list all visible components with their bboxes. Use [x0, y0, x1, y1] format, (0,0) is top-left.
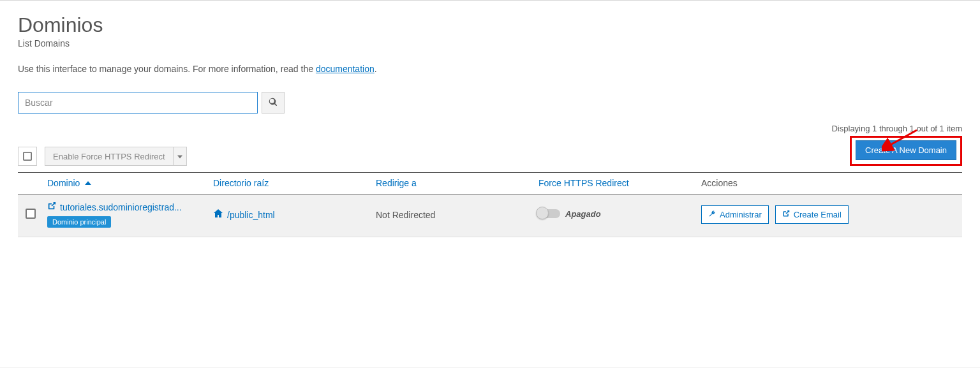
table-row: tutoriales.sudominioregistrad... Dominio… — [18, 195, 962, 237]
page-title: Dominios — [18, 13, 962, 37]
root-directory-link[interactable]: /public_html — [213, 209, 275, 221]
search-icon — [269, 98, 278, 108]
toggle-label: Apagado — [565, 209, 601, 219]
sort-asc-icon — [85, 180, 91, 186]
caret-down-icon — [177, 152, 182, 161]
row-redirect-cell: Not Redirected — [372, 195, 535, 237]
header-force-https[interactable]: Force HTTPS Redirect — [535, 173, 697, 195]
row-actions-cell: Administrar Create Email — [697, 195, 962, 237]
external-link-icon — [47, 202, 56, 212]
toggle-track — [538, 209, 560, 218]
force-https-toggle[interactable]: Apagado — [538, 209, 601, 219]
table-header-row: Dominio Directorio raíz Redirige a Force… — [18, 173, 962, 195]
page-description: Use this interface to manage your domain… — [18, 64, 962, 74]
header-redirect[interactable]: Redirige a — [372, 173, 535, 195]
search-row — [18, 92, 962, 114]
edit-icon — [782, 210, 790, 219]
header-root[interactable]: Directorio raíz — [209, 173, 372, 195]
description-suffix: . — [375, 64, 377, 74]
toolbar: Enable Force HTTPS Redirect Displaying 1… — [18, 124, 962, 171]
create-email-button[interactable]: Create Email — [775, 205, 849, 224]
result-count: Displaying 1 through 1 out of 1 item — [831, 124, 962, 133]
documentation-link[interactable]: documentation — [316, 64, 375, 74]
search-button[interactable] — [262, 92, 285, 114]
root-directory-path: /public_html — [227, 210, 275, 220]
create-domain-button[interactable]: Create A New Domain — [856, 140, 956, 160]
row-root-cell: /public_html — [209, 195, 372, 237]
toggle-knob — [536, 207, 549, 219]
page-subtitle: List Domains — [18, 38, 962, 48]
header-actions: Acciones — [697, 173, 962, 195]
search-input[interactable] — [18, 92, 258, 114]
toolbar-left: Enable Force HTTPS Redirect — [18, 147, 187, 166]
enable-https-split-button: Enable Force HTTPS Redirect — [45, 147, 187, 166]
redirect-status: Not Redirected — [376, 210, 435, 220]
header-domain[interactable]: Dominio — [43, 173, 209, 195]
domain-name: tutoriales.sudominioregistrad... — [60, 202, 182, 212]
create-email-label: Create Email — [794, 210, 842, 219]
svg-rect-0 — [24, 152, 31, 160]
wrench-icon — [708, 210, 716, 219]
header-domain-label: Dominio — [47, 178, 80, 188]
select-all-checkbox[interactable] — [18, 147, 37, 166]
header-checkbox-col — [18, 173, 43, 195]
domain-link[interactable]: tutoriales.sudominioregistrad... — [47, 202, 182, 212]
primary-domain-badge: Dominio principal — [47, 216, 111, 228]
manage-button[interactable]: Administrar — [701, 205, 769, 224]
toolbar-right: Displaying 1 through 1 out of 1 item Cre… — [831, 124, 962, 166]
enable-https-dropdown-toggle[interactable] — [173, 147, 187, 166]
home-icon — [213, 209, 223, 221]
manage-label: Administrar — [720, 210, 762, 219]
domains-table: Dominio Directorio raíz Redirige a Force… — [18, 172, 962, 237]
row-domain-cell: tutoriales.sudominioregistrad... Dominio… — [43, 195, 209, 237]
description-prefix: Use this interface to manage your domain… — [18, 64, 316, 74]
row-force-https-cell: Apagado — [535, 195, 697, 237]
row-checkbox[interactable] — [26, 209, 36, 219]
highlight-annotation: Create A New Domain — [850, 136, 962, 166]
enable-https-button[interactable]: Enable Force HTTPS Redirect — [45, 147, 173, 166]
row-checkbox-cell — [18, 195, 43, 237]
